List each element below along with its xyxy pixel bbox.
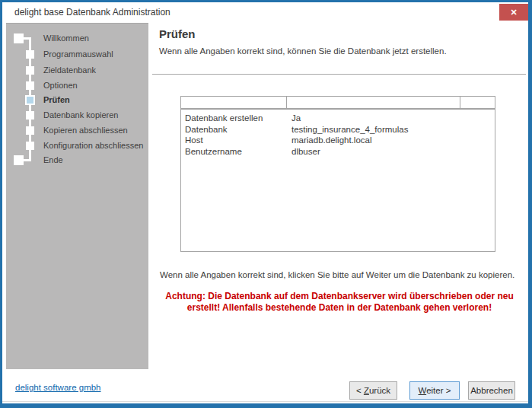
wizard-window: delight base Datenbank Administration ✕ … (0, 0, 532, 408)
wizard-step-programmauswahl: Programmauswahl (6, 49, 148, 60)
title-bar: delight base Datenbank Administration ✕ (2, 2, 528, 23)
step-node-icon (14, 155, 24, 165)
row-value: dlbuser (291, 146, 495, 158)
summary-table-body: Datenbank erstellen Ja Datenbank testing… (180, 109, 495, 252)
row-value: mariadb.delight.local (291, 135, 495, 146)
wizard-step-pruefen-active: Prüfen (6, 94, 148, 106)
row-value: Ja (291, 113, 495, 124)
wizard-step-ende: Ende (6, 155, 148, 166)
cancel-button[interactable]: Abbrechen (468, 381, 515, 400)
wizard-step-kopieren-abschliessen: Kopieren abschliessen (6, 125, 148, 136)
instruction-text: Wenn alle Angaben korrekt sind, klicken … (160, 270, 514, 279)
close-icon: ✕ (510, 8, 517, 18)
table-row: Host mariadb.delight.local (185, 135, 495, 146)
step-node-icon (14, 33, 24, 43)
table-row: Benutzername dlbuser (185, 146, 495, 158)
step-node-icon (26, 142, 34, 150)
summary-table-header (180, 96, 495, 109)
window-title: delight base Datenbank Administration (14, 7, 170, 18)
row-value: testing_insurance_4_formulas (291, 124, 495, 135)
wizard-step-konfiguration-abschliessen: Konfiguration abschliessen (6, 140, 148, 151)
step-label: Ende (43, 155, 63, 164)
step-node-icon (26, 126, 34, 135)
row-label: Datenbank (185, 124, 291, 135)
step-label: Willkommen (43, 33, 89, 43)
page-subtitle: Wenn alle Angaben korrekt sind, können S… (159, 46, 447, 56)
label-pre: < (356, 386, 364, 395)
label-rest: eiter > (426, 386, 451, 395)
cancel-button-label: Abbrechen (470, 386, 513, 395)
warning-text: Achtung: Die Datenbank auf dem Datenbank… (152, 291, 527, 314)
label-accel: W (419, 386, 427, 395)
row-label: Host (185, 135, 291, 146)
step-node-icon (26, 50, 34, 59)
step-label: Prüfen (43, 95, 70, 104)
close-button[interactable]: ✕ (499, 4, 528, 21)
current-step-node-icon (25, 95, 35, 105)
row-label: Datenbank erstellen (185, 113, 291, 124)
back-button-label: < Zurück (356, 386, 390, 395)
table-header-cell[interactable] (460, 97, 495, 108)
step-node-icon (26, 81, 34, 90)
step-label: Optionen (43, 81, 78, 90)
summary-table: Datenbank erstellen Ja Datenbank testing… (180, 96, 495, 252)
wizard-step-optionen: Optionen (6, 80, 148, 91)
step-label: Programmauswahl (43, 49, 113, 59)
step-label: Datenbank kopieren (43, 110, 118, 120)
warning-line-1: Achtung: Die Datenbank auf dem Datenbank… (152, 291, 527, 302)
page-title: Prüfen (159, 27, 196, 40)
step-label: Kopieren abschliessen (43, 126, 128, 135)
table-header-cell[interactable] (287, 97, 460, 108)
step-node-icon (26, 66, 34, 75)
table-row: Datenbank erstellen Ja (185, 113, 495, 124)
step-label: Konfiguration abschliessen (43, 141, 143, 150)
back-button[interactable]: < Zurück (349, 381, 397, 400)
row-label: Benutzername (185, 146, 291, 158)
table-row: Datenbank testing_insurance_4_formulas (185, 124, 495, 135)
table-header-cell[interactable] (181, 97, 287, 108)
wizard-step-willkommen: Willkommen (6, 33, 148, 44)
bottom-hairline (2, 401, 528, 402)
step-node-icon (26, 111, 34, 120)
warning-line-2: erstellt! Allenfalls bestehende Daten in… (152, 302, 527, 314)
next-button[interactable]: Weiter > (409, 381, 460, 400)
label-rest: Abbrechen (470, 386, 513, 395)
header-divider (152, 74, 526, 75)
step-label: Zieldatenbank (43, 65, 96, 75)
label-rest: urück (369, 386, 390, 395)
wizard-step-datenbank-kopieren: Datenbank kopieren (6, 110, 148, 121)
wizard-steps-sidebar: Willkommen Programmauswahl Zieldatenbank… (6, 23, 148, 369)
label-accel: Z (364, 386, 369, 395)
step-list: Willkommen Programmauswahl Zieldatenbank… (6, 24, 148, 369)
next-button-label: Weiter > (419, 386, 451, 395)
wizard-step-zieldatenbank: Zieldatenbank (6, 65, 148, 76)
vendor-link[interactable]: delight software gmbh (15, 383, 101, 392)
